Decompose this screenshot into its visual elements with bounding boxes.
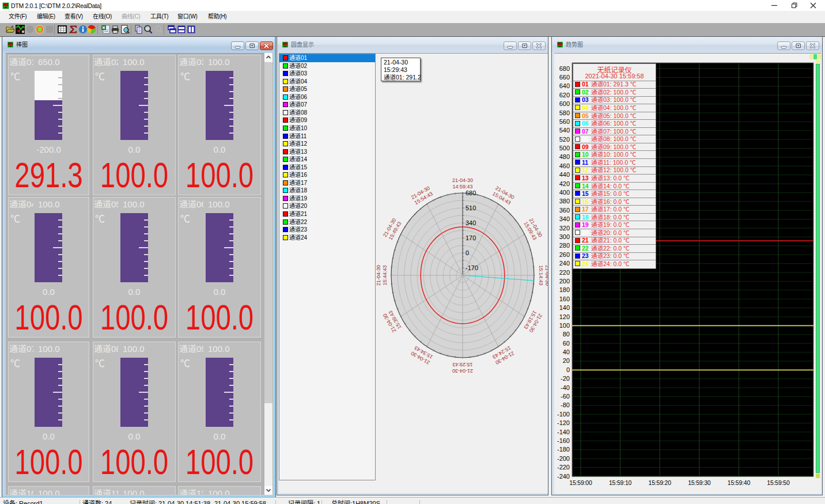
- svg-text:-240: -240: [557, 473, 570, 480]
- svg-text:340: 340: [466, 219, 476, 226]
- svg-text:15:59:00: 15:59:00: [569, 479, 592, 486]
- svg-text:400: 400: [559, 189, 570, 196]
- svg-text:520: 520: [559, 136, 570, 143]
- svg-text:440: 440: [559, 171, 570, 178]
- svg-text:200: 200: [559, 278, 570, 285]
- svg-text:-20: -20: [561, 375, 570, 382]
- svg-text:140: 140: [559, 304, 570, 311]
- svg-text:21-04-30: 21-04-30: [376, 265, 381, 286]
- svg-text:15:59:30: 15:59:30: [688, 479, 711, 486]
- svg-text:680: 680: [559, 65, 570, 72]
- svg-text:21-04-30: 21-04-30: [544, 265, 548, 286]
- svg-text:320: 320: [559, 225, 570, 232]
- svg-text:-80: -80: [561, 401, 570, 408]
- svg-text:420: 420: [559, 180, 570, 187]
- svg-text:680: 680: [466, 190, 476, 196]
- svg-text:300: 300: [559, 233, 570, 240]
- svg-text:80: 80: [563, 331, 570, 338]
- svg-text:-140: -140: [557, 429, 570, 435]
- svg-text:-200: -200: [557, 455, 570, 462]
- svg-text:560: 560: [559, 118, 570, 125]
- svg-text:510: 510: [466, 204, 476, 211]
- svg-text:-40: -40: [561, 384, 570, 391]
- svg-text:15:14:43: 15:14:43: [538, 265, 544, 285]
- svg-text:480: 480: [559, 153, 570, 160]
- svg-text:-170: -170: [466, 264, 478, 271]
- svg-text:15:29:43: 15:29:43: [452, 362, 472, 367]
- svg-text:21-04-30: 21-04-30: [452, 368, 473, 374]
- svg-text:20: 20: [563, 357, 570, 364]
- svg-text:15:44:43: 15:44:43: [382, 265, 388, 285]
- svg-text:600: 600: [559, 100, 570, 107]
- svg-text:0: 0: [466, 249, 469, 256]
- svg-text:580: 580: [559, 109, 570, 116]
- svg-text:100: 100: [559, 322, 570, 329]
- svg-text:500: 500: [559, 145, 570, 151]
- svg-text:15:59:50: 15:59:50: [767, 479, 790, 486]
- svg-text:-120: -120: [557, 419, 570, 426]
- svg-text:-100: -100: [557, 411, 570, 418]
- svg-text:160: 160: [559, 295, 570, 302]
- svg-text:-160: -160: [557, 437, 570, 444]
- svg-text:640: 640: [559, 82, 570, 89]
- svg-text:60: 60: [563, 340, 570, 347]
- svg-text:240: 240: [559, 260, 570, 267]
- svg-text:180: 180: [559, 286, 570, 293]
- svg-text:170: 170: [466, 234, 476, 241]
- svg-text:220: 220: [559, 269, 570, 276]
- svg-text:-60: -60: [561, 393, 570, 400]
- svg-text:260: 260: [559, 251, 570, 258]
- svg-text:340: 340: [559, 215, 570, 222]
- svg-text:-180: -180: [557, 446, 570, 453]
- svg-text:15:59:40: 15:59:40: [728, 479, 751, 486]
- svg-text:280: 280: [559, 242, 570, 249]
- svg-text:40: 40: [563, 348, 570, 355]
- svg-text:460: 460: [559, 162, 570, 169]
- svg-text:660: 660: [559, 74, 570, 81]
- svg-text:15:59:20: 15:59:20: [649, 479, 672, 486]
- svg-text:21-04-30: 21-04-30: [452, 177, 473, 183]
- svg-text:-220: -220: [557, 464, 570, 471]
- svg-text:120: 120: [559, 313, 570, 320]
- svg-text:14:59:43: 14:59:43: [452, 184, 472, 190]
- svg-text:380: 380: [559, 198, 570, 204]
- svg-text:360: 360: [559, 207, 570, 214]
- svg-text:620: 620: [559, 92, 570, 98]
- svg-text:540: 540: [559, 127, 570, 134]
- svg-text:0: 0: [566, 366, 570, 373]
- svg-text:15:59:10: 15:59:10: [609, 479, 632, 486]
